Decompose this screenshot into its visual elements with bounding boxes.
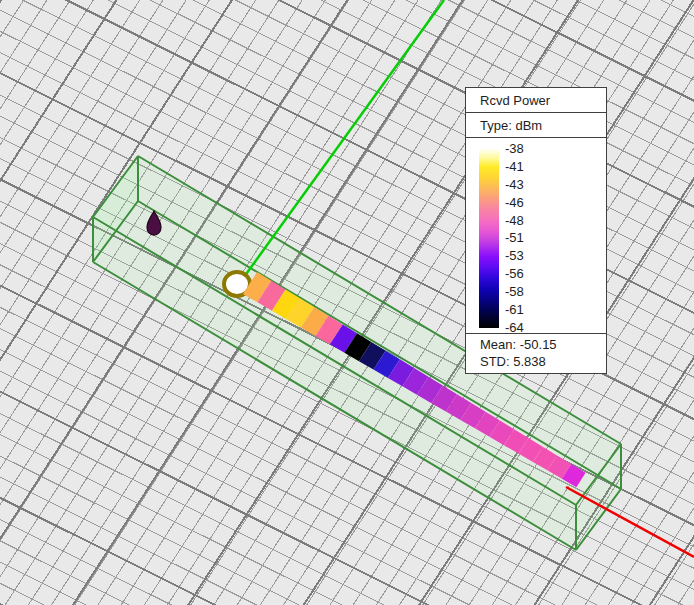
colorbar-tick-label: -53: [505, 248, 555, 264]
colorbar-tick-labels: -38-41-43-46-48-51-53-56-58-61-64: [505, 141, 555, 336]
site-viewer-canvas[interactable]: Rcvd Power Type: dBm -38-41-43-46-48-51-…: [0, 0, 694, 605]
legend-panel: Rcvd Power Type: dBm -38-41-43-46-48-51-…: [465, 87, 607, 374]
legend-header: Rcvd Power: [466, 88, 606, 113]
legend-stats: Mean: -50.15 STD: 5.838: [466, 334, 606, 373]
colorbar-tick-label: -43: [505, 177, 555, 193]
colorbar-tick-label: -56: [505, 266, 555, 282]
colorbar-tick-label: -61: [505, 302, 555, 318]
colorbar-tick-label: -48: [505, 213, 555, 229]
colorbar-tick-label: -41: [505, 159, 555, 175]
y-axis-line: [244, 0, 444, 277]
std-value: STD: 5.838: [480, 353, 600, 370]
colorbar-section: -38-41-43-46-48-51-53-56-58-61-64: [466, 138, 606, 334]
colorbar-tick-label: -46: [505, 195, 555, 211]
legend-title: Rcvd Power: [480, 93, 550, 108]
colorbar-tick-label: -64: [505, 320, 555, 336]
legend-type-label: Type: dBm: [480, 118, 542, 133]
mean-value: Mean: -50.15: [480, 336, 600, 353]
colorbar-tick-label: -51: [505, 230, 555, 246]
colorbar-tick-label: -38: [505, 141, 555, 157]
legend-type-row: Type: dBm: [466, 113, 606, 138]
colorbar-gradient: [479, 149, 499, 328]
colorbar-tick-label: -58: [505, 284, 555, 300]
